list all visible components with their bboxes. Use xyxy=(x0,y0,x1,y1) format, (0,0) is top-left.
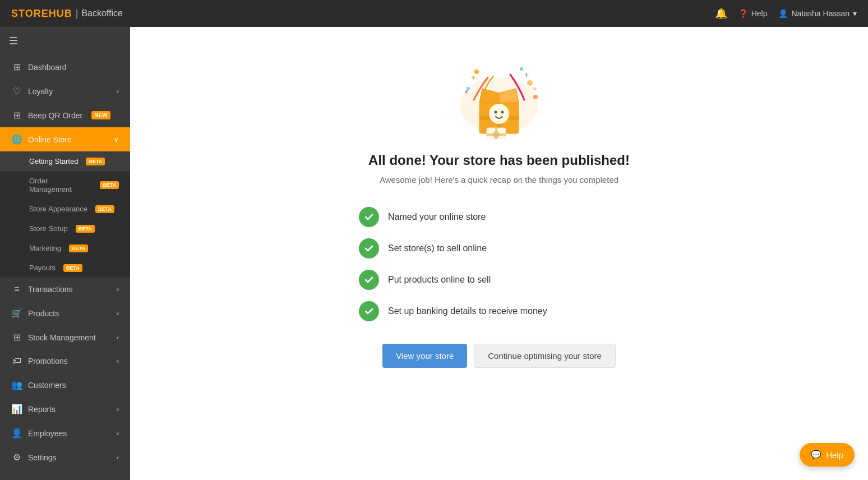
svg-point-15 xyxy=(495,111,497,114)
sidebar-item-products[interactable]: 🛒 Products ‹ xyxy=(0,301,130,325)
sidebar-item-beep-qr[interactable]: ⊞ Beep QR Order NEW xyxy=(0,103,130,127)
online-store-submenu: Getting Started BETA Order Management BE… xyxy=(0,151,130,278)
svg-point-3 xyxy=(527,80,533,86)
svg-point-16 xyxy=(501,111,504,114)
topnav: STOREHUB | Backoffice 🔔 ❓ Help 👤 Natasha… xyxy=(0,0,868,27)
sidebar-item-label: Reports xyxy=(28,405,56,414)
logo: STOREHUB | Backoffice xyxy=(11,8,123,20)
checklist-label-put-products: Put products online to sell xyxy=(388,275,491,285)
sidebar-item-online-store[interactable]: 🌐 Online Store ∨ xyxy=(0,127,130,151)
chevron-icon: ‹ xyxy=(117,87,119,95)
promotions-icon: 🏷 xyxy=(11,356,22,366)
sidebar-item-label: Transactions xyxy=(28,285,73,294)
chevron-icon: ‹ xyxy=(117,430,119,437)
beta-badge: BETA xyxy=(63,264,82,272)
svg-text:+: + xyxy=(471,73,475,82)
submenu-label: Marketing xyxy=(29,244,61,252)
transactions-icon: ≡ xyxy=(11,284,22,294)
beta-badge: BETA xyxy=(69,244,88,252)
user-icon: 👤 xyxy=(778,9,788,18)
submenu-item-marketing[interactable]: Marketing BETA xyxy=(0,238,130,258)
chevron-icon: ‹ xyxy=(117,285,119,293)
sidebar-item-customers[interactable]: 👥 Customers xyxy=(0,373,130,397)
sidebar-item-label: Products xyxy=(28,309,59,318)
reports-icon: 📊 xyxy=(11,404,22,414)
page-subtitle: Awesome job! Here's a quick recap on the… xyxy=(380,175,618,184)
sidebar-item-label: Stock Management xyxy=(28,333,96,342)
stock-icon: ⊞ xyxy=(11,332,22,343)
chevron-icon: ‹ xyxy=(117,334,119,341)
sidebar-item-transactions[interactable]: ≡ Transactions ‹ xyxy=(0,278,130,301)
chevron-icon: ‹ xyxy=(117,310,119,317)
main-content: + + × × xyxy=(130,27,868,480)
help-link[interactable]: ❓ Help xyxy=(738,9,768,18)
layout: ☰ ⊞ Dashboard ♡ Loyalty ‹ ⊞ Beep QR Orde… xyxy=(0,27,868,480)
continue-optimising-button[interactable]: Continue optimising your store xyxy=(474,344,616,368)
employees-icon: 👤 xyxy=(11,428,22,439)
customers-icon: 👥 xyxy=(11,380,22,390)
svg-point-5 xyxy=(533,95,538,99)
sidebar-item-label: Dashboard xyxy=(28,63,67,72)
submenu-item-payouts[interactable]: Payouts BETA xyxy=(0,258,130,278)
topnav-right: 🔔 ❓ Help 👤 Natasha Hassan ▾ xyxy=(715,7,857,20)
sidebar-item-stock-management[interactable]: ⊞ Stock Management ‹ xyxy=(0,325,130,349)
logo-storehub: STOREHUB xyxy=(11,8,72,20)
products-icon: 🛒 xyxy=(11,308,22,319)
sidebar-item-reports[interactable]: 📊 Reports ‹ xyxy=(0,397,130,421)
sidebar-item-settings[interactable]: ⚙ Settings ‹ xyxy=(0,445,130,469)
button-group: View your store Continue optimising your… xyxy=(382,344,616,368)
svg-text:×: × xyxy=(464,88,468,96)
sidebar-item-label: Online Store xyxy=(28,135,72,144)
logo-backoffice: Backoffice xyxy=(81,8,123,19)
svg-text:×: × xyxy=(533,85,537,93)
logo-divider: | xyxy=(76,8,79,20)
beta-badge: BETA xyxy=(95,205,114,213)
chevron-icon: ‹ xyxy=(117,454,119,461)
submenu-label: Order Management xyxy=(29,177,92,193)
svg-text:+: + xyxy=(524,70,529,79)
beta-badge: BETA xyxy=(100,181,119,189)
submenu-item-store-setup[interactable]: Store Setup BETA xyxy=(0,219,130,238)
submenu-item-getting-started[interactable]: Getting Started BETA xyxy=(0,151,130,171)
help-fab[interactable]: 💬 Help xyxy=(800,443,855,467)
svg-point-14 xyxy=(489,104,509,124)
page-title: All done! Your store has been published! xyxy=(368,153,630,168)
help-fab-label: Help xyxy=(826,450,843,460)
sidebar-item-label: Loyalty xyxy=(28,87,53,96)
submenu-label: Store Setup xyxy=(29,224,68,233)
view-store-button[interactable]: View your store xyxy=(382,344,467,368)
check-icon-put-products xyxy=(359,270,379,290)
chevron-down-icon: ▾ xyxy=(853,9,857,18)
submenu-label: Getting Started xyxy=(29,157,78,165)
loyalty-icon: ♡ xyxy=(11,86,22,96)
checklist-item-banking: Set up banking details to receive money xyxy=(359,301,639,321)
check-icon-banking xyxy=(359,301,379,321)
submenu-label: Store Appearance xyxy=(29,205,87,213)
user-name: Natasha Hassan xyxy=(791,9,849,18)
check-icon-set-stores xyxy=(359,238,379,259)
sidebar-item-label: Employees xyxy=(28,429,67,438)
sidebar-item-employees[interactable]: 👤 Employees ‹ xyxy=(0,421,130,445)
submenu-item-store-appearance[interactable]: Store Appearance BETA xyxy=(0,199,130,219)
bell-icon[interactable]: 🔔 xyxy=(715,7,727,20)
chevron-icon: ‹ xyxy=(117,405,119,413)
checklist-label-named-store: Named your online store xyxy=(388,212,486,222)
sidebar-toggle[interactable]: ☰ xyxy=(0,27,130,55)
sidebar-item-loyalty[interactable]: ♡ Loyalty ‹ xyxy=(0,79,130,103)
svg-point-2 xyxy=(520,67,523,71)
checklist-label-set-stores: Set store(s) to sell online xyxy=(388,243,487,253)
online-store-icon: 🌐 xyxy=(11,134,22,145)
chevron-icon: ‹ xyxy=(117,357,119,365)
checklist-label-banking: Set up banking details to receive money xyxy=(388,306,547,316)
checklist: Named your online store Set store(s) to … xyxy=(359,207,639,321)
sidebar-item-label: Promotions xyxy=(28,357,68,366)
submenu-item-order-management[interactable]: Order Management BETA xyxy=(0,171,130,199)
help-circle-icon: ❓ xyxy=(738,9,748,18)
svg-rect-19 xyxy=(487,133,506,136)
content-card: + + × × xyxy=(303,49,695,368)
checklist-item-put-products: Put products online to sell xyxy=(359,270,639,290)
new-badge: NEW xyxy=(91,111,110,119)
user-menu[interactable]: 👤 Natasha Hassan ▾ xyxy=(778,9,857,18)
sidebar-item-dashboard[interactable]: ⊞ Dashboard xyxy=(0,55,130,79)
sidebar-item-promotions[interactable]: 🏷 Promotions ‹ xyxy=(0,349,130,373)
